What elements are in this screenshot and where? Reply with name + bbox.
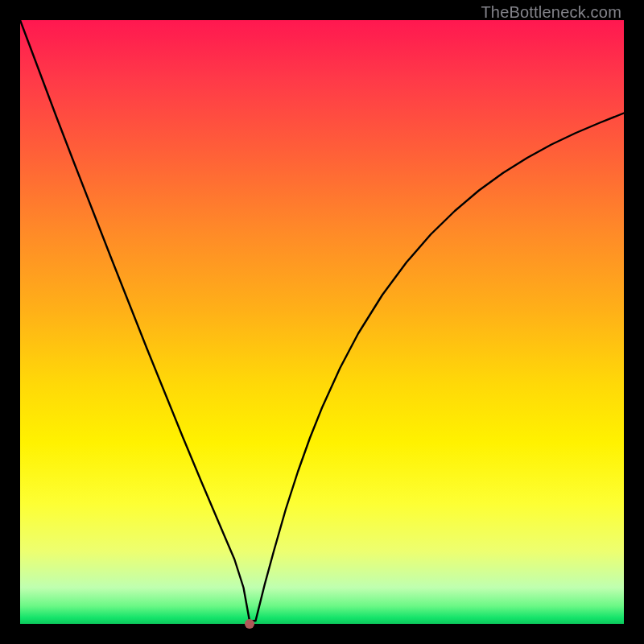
chart-frame: TheBottleneck.com: [0, 0, 644, 644]
curve-line: [20, 20, 624, 621]
chart-svg: [20, 20, 624, 624]
plot-area: [20, 20, 624, 624]
minimum-marker: [245, 619, 254, 629]
watermark-text: TheBottleneck.com: [481, 3, 621, 22]
